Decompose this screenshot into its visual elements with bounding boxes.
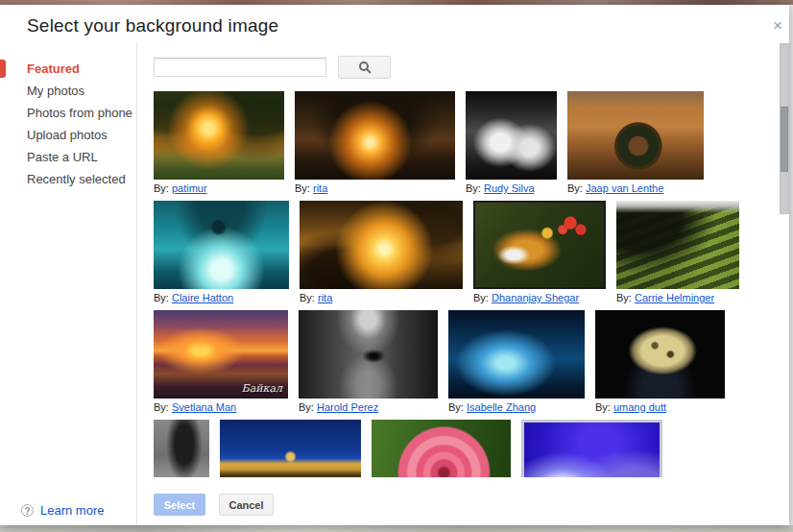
photo-thumbnail[interactable]: By: Jaap van Lenthe xyxy=(567,91,704,195)
by-label: By: xyxy=(448,401,464,413)
sidebar: Featured My photos Photos from phone Upl… xyxy=(0,43,137,525)
by-label: By: xyxy=(567,182,583,194)
photo-thumbnail[interactable]: Байкал By: Svetlana Man xyxy=(154,310,288,414)
background-picker-dialog: Select your background image × Featured … xyxy=(0,5,789,525)
photo-attribution: By: patimur xyxy=(154,181,284,195)
photo-image[interactable] xyxy=(154,91,284,180)
by-label: By: xyxy=(154,401,169,413)
author-link[interactable]: Claire Hatton xyxy=(172,292,233,303)
search-input[interactable] xyxy=(154,58,326,77)
photo-thumbnail[interactable]: By: Dhananjay Shegar xyxy=(473,201,606,304)
photo-thumbnail[interactable]: By: Carrie Helminger xyxy=(616,201,739,304)
photo-grid: By: patimur By: rita By: Rudy Silva xyxy=(154,91,778,477)
photo-image[interactable] xyxy=(567,91,704,180)
sidebar-item-photos-from-phone[interactable]: Photos from phone xyxy=(0,102,137,124)
by-label: By: xyxy=(154,292,169,303)
author-link[interactable]: Rudy Silva xyxy=(484,182,535,194)
sidebar-item-featured[interactable]: Featured xyxy=(0,58,137,80)
photo-image[interactable] xyxy=(466,91,557,180)
learn-more-label: Learn more xyxy=(40,503,104,518)
photo-image[interactable]: Байкал xyxy=(154,310,288,399)
photo-attribution: By: Carrie Helminger xyxy=(616,291,739,304)
author-link[interactable]: rita xyxy=(313,182,327,194)
photo-row: By: patimur By: rita By: Rudy Silva xyxy=(154,91,778,195)
sidebar-item-my-photos[interactable]: My photos xyxy=(0,80,137,102)
photo-thumbnail[interactable]: By: Claire Hatton xyxy=(154,201,289,304)
author-link[interactable]: Svetlana Man xyxy=(172,401,236,413)
photo-image[interactable] xyxy=(595,310,725,399)
sidebar-item-paste-a-url[interactable]: Paste a URL xyxy=(0,146,137,168)
photo-thumbnail[interactable]: By: rita xyxy=(295,91,455,195)
author-link[interactable]: Harold Perez xyxy=(317,401,378,413)
scrollbar-track[interactable] xyxy=(780,43,789,214)
by-label: By: xyxy=(299,401,314,413)
photo-image[interactable] xyxy=(299,310,438,399)
photo-attribution: By: Claire Hatton xyxy=(154,291,289,304)
photo-thumbnail[interactable]: By: Harold Perez xyxy=(299,310,438,414)
search-icon xyxy=(358,60,372,74)
photo-image[interactable] xyxy=(372,420,511,477)
by-label: By: xyxy=(595,401,611,413)
by-label: By: xyxy=(466,182,481,194)
photo-attribution: By: rita xyxy=(295,181,455,195)
photo-thumbnail[interactable]: By: Isabelle Zhang xyxy=(448,310,585,414)
sidebar-item-recently-selected[interactable]: Recently selected xyxy=(0,168,137,190)
photo-thumbnail[interactable]: By: patimur xyxy=(154,91,284,195)
page-background-right xyxy=(789,5,793,525)
photo-thumbnail[interactable] xyxy=(154,420,209,477)
photo-image[interactable] xyxy=(616,201,739,289)
photo-row: By: Claire Hatton By: rita By: Dhananjay… xyxy=(154,201,778,304)
photo-thumbnail[interactable] xyxy=(220,420,361,477)
by-label: By: xyxy=(154,182,169,194)
page-background-bottom xyxy=(0,525,793,532)
photo-image[interactable] xyxy=(448,310,585,399)
photo-image[interactable] xyxy=(521,420,662,477)
sidebar-item-upload-photos[interactable]: Upload photos xyxy=(0,124,137,146)
photo-overlay-text: Байкал xyxy=(242,382,282,395)
photo-attribution: By: Svetlana Man xyxy=(154,400,288,414)
author-link[interactable]: rita xyxy=(318,292,332,303)
photo-image[interactable] xyxy=(220,420,361,477)
author-link[interactable]: Jaap van Lenthe xyxy=(586,182,663,194)
photo-attribution: By: rita xyxy=(300,291,463,304)
learn-more-link[interactable]: ? Learn more xyxy=(21,503,104,518)
scrollbar-thumb[interactable] xyxy=(781,107,788,172)
photo-row xyxy=(154,420,778,477)
photo-attribution: By: umang dutt xyxy=(595,400,725,414)
author-link[interactable]: Carrie Helminger xyxy=(635,292,714,303)
by-label: By: xyxy=(300,292,315,303)
photo-image[interactable] xyxy=(295,91,455,180)
photo-thumbnail[interactable]: By: umang dutt xyxy=(595,310,725,414)
photo-image[interactable] xyxy=(154,201,289,289)
cancel-button[interactable]: Cancel xyxy=(219,494,274,516)
photo-attribution: By: Isabelle Zhang xyxy=(448,400,585,414)
select-button[interactable]: Select xyxy=(154,494,205,516)
photo-image[interactable] xyxy=(154,420,209,477)
photo-thumbnail[interactable] xyxy=(521,420,662,477)
photo-attribution: By: Harold Perez xyxy=(299,400,438,414)
author-link[interactable]: Isabelle Zhang xyxy=(467,401,536,413)
photo-image[interactable] xyxy=(473,201,606,289)
photo-attribution: By: Dhananjay Shegar xyxy=(473,291,606,304)
photo-thumbnail[interactable] xyxy=(372,420,511,477)
dialog-title: Select your background image xyxy=(27,15,278,36)
photo-thumbnail[interactable]: By: Rudy Silva xyxy=(466,91,557,195)
photo-image[interactable] xyxy=(300,201,463,289)
by-label: By: xyxy=(473,292,489,303)
by-label: By: xyxy=(295,182,310,194)
author-link[interactable]: Dhananjay Shegar xyxy=(492,292,579,303)
photo-row: Байкал By: Svetlana Man By: Harold Perez… xyxy=(154,310,778,414)
author-link[interactable]: umang dutt xyxy=(613,401,666,413)
by-label: By: xyxy=(616,292,632,303)
author-link[interactable]: patimur xyxy=(172,182,207,194)
photo-thumbnail[interactable]: By: rita xyxy=(300,201,463,304)
close-icon[interactable]: × xyxy=(768,16,787,36)
help-icon: ? xyxy=(21,504,34,517)
photo-attribution: By: Rudy Silva xyxy=(466,181,557,195)
photo-attribution: By: Jaap van Lenthe xyxy=(567,181,704,195)
search-button[interactable] xyxy=(338,56,391,79)
sidebar-nav: Featured My photos Photos from phone Upl… xyxy=(0,58,137,190)
